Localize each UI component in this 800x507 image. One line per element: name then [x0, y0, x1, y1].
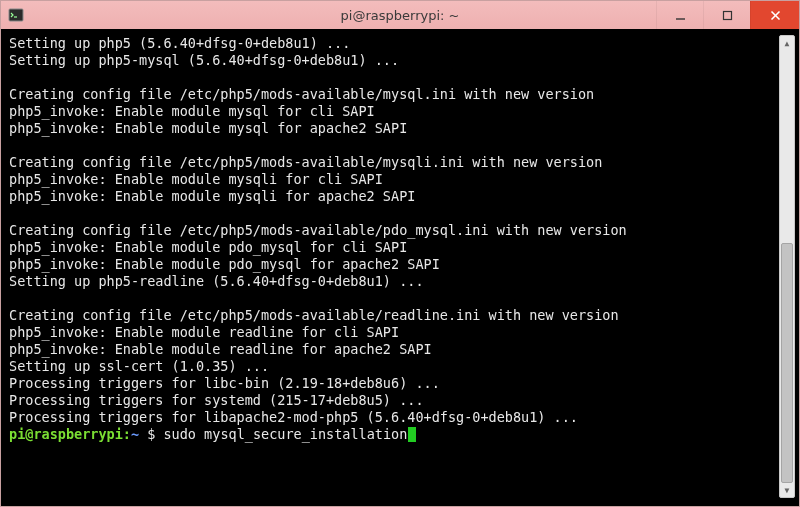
scroll-track[interactable]: [780, 50, 794, 483]
terminal-line: Creating config file /etc/php5/mods-avai…: [9, 86, 791, 103]
terminal-line: Processing triggers for libapache2-mod-p…: [9, 409, 791, 426]
terminal-window: pi@raspberrypi: ~ Setting up php5 (5.6.4…: [0, 0, 800, 507]
terminal-line: php5_invoke: Enable module mysql for cli…: [9, 103, 791, 120]
terminal-line: Creating config file /etc/php5/mods-avai…: [9, 307, 791, 324]
svg-rect-0: [9, 9, 23, 21]
terminal-line: Setting up php5 (5.6.40+dfsg-0+deb8u1) .…: [9, 35, 791, 52]
terminal-line: php5_invoke: Enable module mysqli for ap…: [9, 188, 791, 205]
terminal-line: [9, 290, 791, 307]
close-button[interactable]: [750, 1, 799, 29]
terminal-line: php5_invoke: Enable module mysql for apa…: [9, 120, 791, 137]
terminal-line: Creating config file /etc/php5/mods-avai…: [9, 222, 791, 239]
vertical-scrollbar[interactable]: ▲ ▼: [779, 35, 795, 498]
terminal-line: [9, 205, 791, 222]
terminal-line: php5_invoke: Enable module pdo_mysql for…: [9, 239, 791, 256]
cursor: [408, 427, 416, 442]
terminal-line: Processing triggers for systemd (215-17+…: [9, 392, 791, 409]
prompt-colon: :: [123, 426, 131, 442]
svg-rect-3: [723, 11, 731, 19]
prompt-symbol: $: [147, 426, 163, 442]
maximize-button[interactable]: [703, 1, 750, 29]
terminal-line: php5_invoke: Enable module readline for …: [9, 341, 791, 358]
prompt-command: sudo mysql_secure_installation: [163, 426, 407, 442]
terminal-line: Setting up php5-mysql (5.6.40+dfsg-0+deb…: [9, 52, 791, 69]
terminal-line: Processing triggers for libc-bin (2.19-1…: [9, 375, 791, 392]
terminal-line: Setting up ssl-cert (1.0.35) ...: [9, 358, 791, 375]
scroll-thumb[interactable]: [781, 243, 793, 483]
scroll-down-icon[interactable]: ▼: [780, 484, 794, 496]
scroll-up-icon[interactable]: ▲: [780, 37, 794, 49]
terminal-line: [9, 137, 791, 154]
titlebar[interactable]: pi@raspberrypi: ~: [1, 1, 799, 29]
terminal-area[interactable]: Setting up php5 (5.6.40+dfsg-0+deb8u1) .…: [1, 29, 799, 506]
terminal-line: [9, 69, 791, 86]
prompt-host: raspberrypi: [33, 426, 122, 442]
minimize-button[interactable]: [656, 1, 703, 29]
terminal-line: Creating config file /etc/php5/mods-avai…: [9, 154, 791, 171]
terminal-prompt-line[interactable]: pi@raspberrypi:~ $ sudo mysql_secure_ins…: [9, 426, 791, 443]
terminal-line: php5_invoke: Enable module pdo_mysql for…: [9, 256, 791, 273]
terminal-output: Setting up php5 (5.6.40+dfsg-0+deb8u1) .…: [9, 35, 791, 443]
terminal-line: php5_invoke: Enable module mysqli for cl…: [9, 171, 791, 188]
terminal-line: Setting up php5-readline (5.6.40+dfsg-0+…: [9, 273, 791, 290]
prompt-path: ~: [131, 426, 147, 442]
terminal-icon: [7, 6, 25, 24]
prompt-user: pi: [9, 426, 25, 442]
window-buttons: [656, 1, 799, 29]
terminal-line: php5_invoke: Enable module readline for …: [9, 324, 791, 341]
